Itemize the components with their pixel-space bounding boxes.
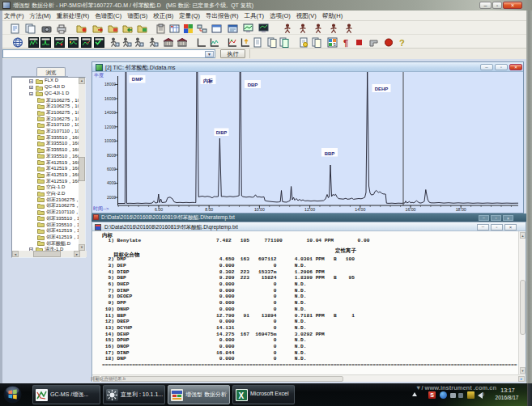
svg-text:14000: 14000 — [104, 110, 116, 115]
svg-text:丰度: 丰度 — [94, 72, 104, 78]
svg-text:?: ? — [399, 38, 405, 48]
svg-text:14.00: 14.00 — [355, 207, 365, 212]
svg-text:18.00: 18.00 — [456, 207, 466, 212]
svg-text:6000: 6000 — [107, 167, 116, 171]
svg-text:内标: 内标 — [203, 78, 213, 84]
svg-text:10.00: 10.00 — [254, 207, 265, 212]
svg-text:16000: 16000 — [104, 96, 116, 101]
svg-text:4000: 4000 — [107, 180, 116, 185]
svg-text:18000: 18000 — [104, 82, 116, 87]
svg-text:12000: 12000 — [104, 125, 116, 129]
svg-text:BBP: BBP — [325, 151, 335, 156]
svg-text:2000: 2000 — [107, 195, 116, 200]
svg-text:¶: ¶ — [343, 38, 348, 48]
svg-text:16.00: 16.00 — [406, 207, 416, 212]
svg-text:8.00: 8.00 — [205, 207, 213, 212]
svg-text:DBP: DBP — [248, 82, 258, 87]
svg-text:DIBP: DIBP — [216, 130, 228, 135]
svg-text:12.00: 12.00 — [304, 207, 315, 212]
svg-text:X: X — [239, 391, 245, 400]
svg-text:DMP: DMP — [132, 77, 143, 82]
svg-text:时间-->: 时间--> — [93, 206, 109, 212]
svg-text:10000: 10000 — [104, 138, 116, 143]
svg-text:6.00: 6.00 — [155, 207, 163, 212]
svg-text:8000: 8000 — [107, 153, 116, 158]
svg-text:DEHP: DEHP — [375, 87, 389, 91]
